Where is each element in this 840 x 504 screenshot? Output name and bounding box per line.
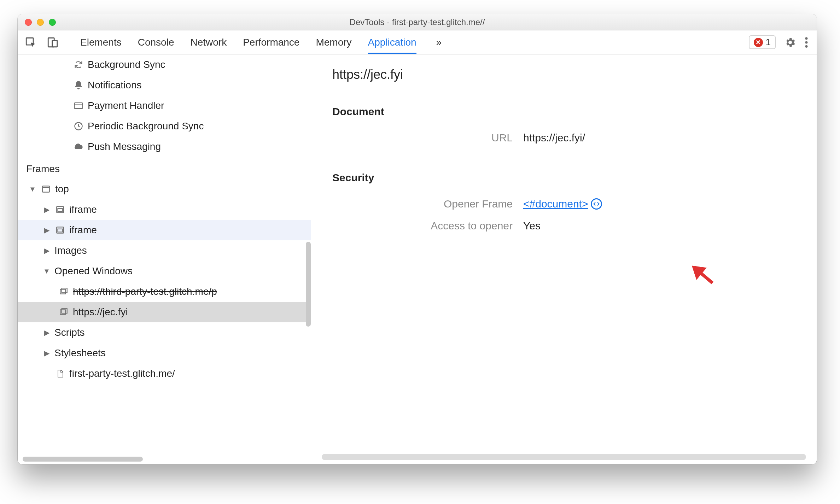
svg-rect-14 [58, 229, 63, 232]
sidebar-item-push-messaging[interactable]: Push Messaging [18, 136, 311, 157]
svg-rect-16 [62, 288, 67, 293]
window-titlebar: DevTools - first-party-test.glitch.me// [18, 14, 817, 30]
frame-document[interactable]: first-party-test.glitch.me/ [18, 363, 311, 384]
window-icon [40, 184, 52, 194]
tab-console[interactable]: Console [138, 30, 174, 54]
access-to-opener-label: Access to opener [311, 220, 523, 232]
svg-point-5 [805, 45, 807, 47]
application-sidebar: Background Sync Notifications Payment Ha… [18, 54, 311, 464]
svg-rect-17 [60, 310, 65, 315]
devtools-window: DevTools - first-party-test.glitch.me// … [18, 14, 817, 464]
opened-window-2[interactable]: https://jec.fyi [18, 302, 311, 322]
svg-rect-2 [52, 40, 57, 47]
error-count: 1 [766, 37, 771, 48]
frame-icon [54, 225, 66, 235]
frame-stylesheets[interactable]: ▶ Stylesheets [18, 343, 311, 363]
sidebar-item-payment-handler[interactable]: Payment Handler [18, 95, 311, 116]
reveal-in-elements-icon[interactable] [591, 198, 602, 210]
opener-frame-link[interactable]: <#document> [523, 198, 588, 210]
frames-heading: Frames [18, 157, 311, 179]
tab-elements[interactable]: Elements [80, 30, 122, 54]
error-icon: ✕ [754, 38, 763, 47]
tab-performance[interactable]: Performance [243, 30, 299, 54]
frame-label: Stylesheets [54, 347, 106, 359]
opened-window-1[interactable]: https://third-party-test.glitch.me/p [18, 281, 311, 302]
sidebar-vertical-scrollbar[interactable] [306, 242, 311, 327]
svg-point-4 [805, 41, 807, 43]
frame-opened-windows[interactable]: ▼ Opened Windows [18, 261, 311, 281]
frame-label: Opened Windows [54, 265, 133, 277]
svg-rect-15 [60, 289, 65, 294]
url-label: URL [311, 132, 523, 144]
frame-label: Scripts [54, 327, 85, 338]
more-options-icon[interactable] [805, 36, 808, 48]
tab-memory[interactable]: Memory [316, 30, 351, 54]
chevron-down-icon[interactable]: ▼ [42, 267, 51, 275]
sync-icon [73, 60, 84, 70]
devtools-toolbar: Elements Console Network Performance Mem… [18, 30, 817, 54]
sidebar-item-label: Payment Handler [88, 100, 164, 111]
frame-top[interactable]: ▼ top [18, 179, 311, 199]
tab-application[interactable]: Application [368, 30, 416, 54]
frame-label: first-party-test.glitch.me/ [69, 368, 175, 379]
sidebar-item-label: Periodic Background Sync [88, 121, 204, 132]
clock-icon [73, 121, 84, 131]
cloud-icon [73, 142, 84, 152]
opener-frame-label: Opener Frame [311, 198, 523, 210]
frame-label: iframe [69, 224, 97, 236]
opened-window-url: https://third-party-test.glitch.me/p [73, 286, 217, 297]
chevron-down-icon[interactable]: ▼ [28, 185, 37, 193]
frame-detail-panel: https://jec.fyi Document URL https://jec… [311, 54, 817, 464]
row-opener-frame: Opener Frame <#document> [311, 193, 817, 215]
frame-label: iframe [69, 204, 97, 215]
access-to-opener-value: Yes [523, 220, 541, 232]
chevron-right-icon[interactable]: ▶ [42, 349, 51, 357]
card-icon [73, 101, 84, 111]
svg-point-3 [805, 37, 807, 40]
sidebar-horizontal-scrollbar[interactable] [23, 457, 143, 462]
svg-rect-12 [58, 209, 63, 212]
svg-rect-18 [62, 309, 67, 313]
frame-images[interactable]: ▶ Images [18, 240, 311, 261]
frame-scripts[interactable]: ▶ Scripts [18, 322, 311, 343]
sidebar-item-notifications[interactable]: Notifications [18, 75, 311, 95]
security-heading: Security [311, 172, 817, 193]
document-section: Document URL https://jec.fyi/ [311, 95, 817, 161]
chevron-right-icon[interactable]: ▶ [42, 205, 51, 214]
frame-iframe-1[interactable]: ▶ iframe [18, 199, 311, 220]
bell-icon [73, 80, 84, 90]
frame-iframe-2[interactable]: ▶ iframe [18, 220, 311, 240]
annotation-arrow-icon [681, 256, 722, 296]
settings-gear-icon[interactable] [784, 36, 796, 48]
url-value: https://jec.fyi/ [523, 132, 585, 144]
device-toolbar-icon[interactable] [47, 36, 59, 48]
main-horizontal-scrollbar[interactable] [322, 454, 806, 460]
sidebar-item-label: Notifications [88, 80, 142, 91]
chevron-right-icon[interactable]: ▶ [42, 328, 51, 337]
sidebar-item-label: Push Messaging [88, 141, 161, 152]
svg-rect-6 [74, 103, 82, 109]
chevron-right-icon[interactable]: ▶ [42, 226, 51, 234]
detail-title: https://jec.fyi [311, 54, 817, 95]
panel-tabs: Elements Console Network Performance Mem… [66, 30, 459, 54]
frame-label: top [55, 183, 69, 195]
frame-label: Images [54, 245, 87, 256]
sidebar-item-periodic-background-sync[interactable]: Periodic Background Sync [18, 116, 311, 136]
document-icon [54, 369, 66, 379]
windows-icon [58, 307, 69, 317]
opened-window-url: https://jec.fyi [73, 306, 128, 318]
error-count-badge[interactable]: ✕ 1 [749, 35, 776, 49]
security-section: Security Opener Frame <#document> Access… [311, 161, 817, 249]
sidebar-item-background-sync[interactable]: Background Sync [18, 54, 311, 75]
inspect-element-icon[interactable] [25, 36, 37, 48]
sidebar-item-label: Background Sync [88, 59, 165, 70]
row-url: URL https://jec.fyi/ [311, 127, 817, 149]
tab-network[interactable]: Network [190, 30, 227, 54]
window-title: DevTools - first-party-test.glitch.me// [18, 17, 817, 27]
document-heading: Document [311, 106, 817, 127]
svg-rect-9 [42, 186, 49, 192]
frame-icon [54, 205, 66, 214]
chevron-right-icon[interactable]: ▶ [42, 246, 51, 255]
windows-icon [58, 287, 69, 296]
more-tabs-button[interactable]: » [433, 30, 445, 54]
